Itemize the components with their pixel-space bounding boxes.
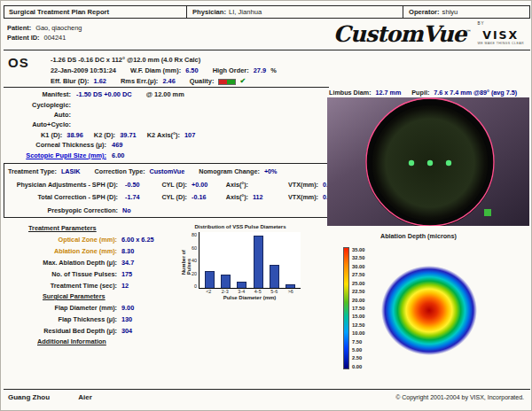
scale-tick-label: 12.50 [352, 322, 365, 328]
physician-cell: Physician: LI, Jianhua [187, 6, 403, 18]
treatment-type-row: Treatment Type: LASIK Correction Type: C… [8, 167, 324, 175]
header-divider [4, 50, 530, 50]
ablation-zone-value: 8.30 [121, 245, 134, 257]
wf-diam-value: 6.50 [185, 66, 198, 74]
reticle-dot-center [427, 160, 433, 166]
total-axis-value: 112 [253, 193, 278, 201]
max-ablation-depth-value: 34.7 [121, 257, 134, 268]
scale-tick-label: 10.00 [352, 330, 365, 336]
flap-thickness-label: Flap Thickness (μ): [4, 314, 117, 325]
patient-value: Gao, qiaocheng [35, 24, 82, 32]
auto-cyclo-line: Auto+Cyclo: [7, 120, 74, 128]
total-correction-label: Total Correction - SPH (D): [8, 193, 118, 201]
total-cyl-value: -0.16 [192, 193, 216, 201]
high-order-unit: % [270, 66, 277, 74]
treatment-parameters-title: Treatment Parameters [28, 224, 97, 232]
quality-line: Eff. Blur (D): 1.62 Rms Err.(μ): 2.46 Qu… [51, 77, 246, 85]
flap-diameter-value: 9.00 [121, 302, 134, 314]
total-cyl-label: CYL (D): [152, 193, 187, 201]
reticle-dot-right [446, 160, 451, 166]
report-title-cell: Surgical Treatment Plan Report [4, 6, 187, 18]
limbus-pupil-line: Limbus Diam: 12.7 mm Pupil: 7.6 x 7.4 mm… [329, 89, 517, 97]
ablation-zone-label: Ablation Zone (mm): [4, 245, 117, 257]
footer-site: Guang Zhou Aier [8, 393, 92, 401]
max-ablation-depth-label: Max. Ablation Depth (μ): [4, 257, 117, 268]
phys-cyl-label: CYL (D): [152, 181, 187, 189]
chart-x-axis-title: Pulse Diameter (mm) [199, 295, 301, 300]
report-page: Surgical Treatment Plan Report Physician… [0, 0, 532, 411]
pupil-label: Pupil: [411, 89, 429, 97]
keratometry-line: K1 (D): 38.96 K2 (D): 39.71 K2 Axis(°): … [41, 131, 195, 139]
tissue-pulses-label: No. of Tissue Pulses: [4, 268, 117, 280]
scale-tick-label: 25.00 [352, 281, 365, 286]
chart-title: Distribution of VSS Pulse Diameters [180, 224, 301, 229]
exam-datetime: 22-Jan-2009 10:51:24 [51, 66, 116, 74]
eff-blur-label: Eff. Blur (D): [51, 77, 90, 85]
pupil-value: 7.6 x 7.4 mm @89° (avg 7.5) [434, 89, 517, 97]
total-correction-row: Total Correction - SPH (D): -1.74 CYL (D… [8, 193, 324, 201]
correction-type-label: Correction Type: [95, 167, 145, 175]
ablation-color-bar [343, 247, 349, 369]
site-name: Guang Zhou [8, 393, 50, 401]
optical-zone-label: Optical Zone (mm): [4, 234, 117, 245]
site-name-2: Aier [78, 393, 92, 401]
physician-label: Physician: [192, 8, 226, 16]
operator-cell: Operator: shiyu [403, 6, 529, 18]
pulse-bar-3 [237, 282, 246, 288]
customvue-logo: CustomVue™ BY VISX WE MAKE THINGS CLEAR [285, 19, 528, 49]
footer-divider [4, 389, 530, 390]
flap-thickness-value: 130 [121, 314, 132, 325]
phys-vtx-label: VTX(mm): [279, 181, 318, 189]
header-bar: Surgical Treatment Plan Report Physician… [4, 5, 530, 19]
scale-tick-label: 2.50 [352, 355, 365, 361]
customvue-wordmark: CustomVue™ [333, 21, 471, 47]
patient-block: Patient: Gao, qiaocheng Patient ID: 0042… [7, 23, 82, 43]
nomogram-label: Nomogram Change: [199, 167, 260, 175]
ablation-depth-scale: 35.0032.5030.0027.5025.0022.5020.0017.50… [343, 247, 365, 369]
param-row-tissue-pulses: No. of Tissue Pulses: 175 [4, 268, 181, 280]
scale-tick-label: 0.00 [352, 364, 365, 369]
scale-tick-label: 35.00 [352, 247, 365, 252]
treatment-parameters-header: Treatment Parameters [4, 223, 181, 234]
ablation-depth-title: Ablation Depth (microns) [380, 232, 457, 240]
x-tick-label: 3-4 [237, 289, 246, 294]
scotopic-line: Scotopic Pupil Size (mm): 6.00 [7, 151, 124, 159]
pulse-bar-2 [221, 275, 231, 288]
visx-logo: BY VISX WE MAKE THINGS CLEAR [478, 22, 524, 45]
eye-photo [327, 97, 529, 226]
total-axis-label: Axis(°): [218, 193, 248, 201]
y-tick-label: 0 [194, 283, 197, 289]
ablation-scale-labels: 35.0032.5030.0027.5025.0022.5020.0017.50… [352, 247, 365, 369]
patient-line: Patient: Gao, qiaocheng [7, 23, 82, 33]
treatment-type-label: Treatment Type: [8, 167, 57, 175]
presbyopic-row: Presbyopic Correction: No [8, 206, 324, 214]
pulse-chart-xlabels: <22-33-44-55-6>6 [199, 289, 301, 294]
phys-adj-sph-value: -0.50 [125, 181, 150, 189]
y-tick-label: 40 [192, 258, 197, 263]
param-row-residual-bed: Residual Bed Depth (μ): 304 [4, 325, 181, 337]
trademark-symbol: ™ [466, 28, 471, 35]
k2-axis-label: K2 Axis(°): [147, 131, 180, 139]
k1-value: 38.96 [66, 131, 83, 139]
k2-value: 39.71 [120, 131, 137, 139]
presbyopic-label: Presbyopic Correction: [8, 206, 118, 214]
scale-tick-label: 17.50 [352, 306, 365, 311]
reticle-dot-left [409, 160, 414, 166]
additional-info-title: Additional Information [37, 337, 106, 345]
total-sph-value: -1.74 [125, 193, 150, 201]
corneal-thickness-value: 469 [112, 141, 122, 149]
patient-id-value: 004241 [44, 34, 66, 42]
cycloplegic-line: Cycloplegic: [7, 101, 74, 109]
auto-label: Auto: [7, 111, 71, 119]
treatment-time-label: Treatment Time (sec): [4, 280, 117, 291]
eye-label: OS [8, 55, 29, 70]
surgical-parameters-header: Surgical Parameters [4, 291, 181, 302]
total-vtx-label: VTX(mm): [279, 193, 318, 201]
phys-cyl-value: +0.00 [192, 181, 216, 189]
eye-photo-svg [327, 97, 529, 226]
treatment-parameters-section: Treatment Parameters Optical Zone (mm): … [4, 223, 181, 347]
y-tick-label: 60 [192, 245, 197, 251]
pulse-chart-plot [199, 232, 301, 289]
high-order-label: High Order: [213, 66, 249, 74]
x-tick-label: <2 [204, 289, 214, 294]
